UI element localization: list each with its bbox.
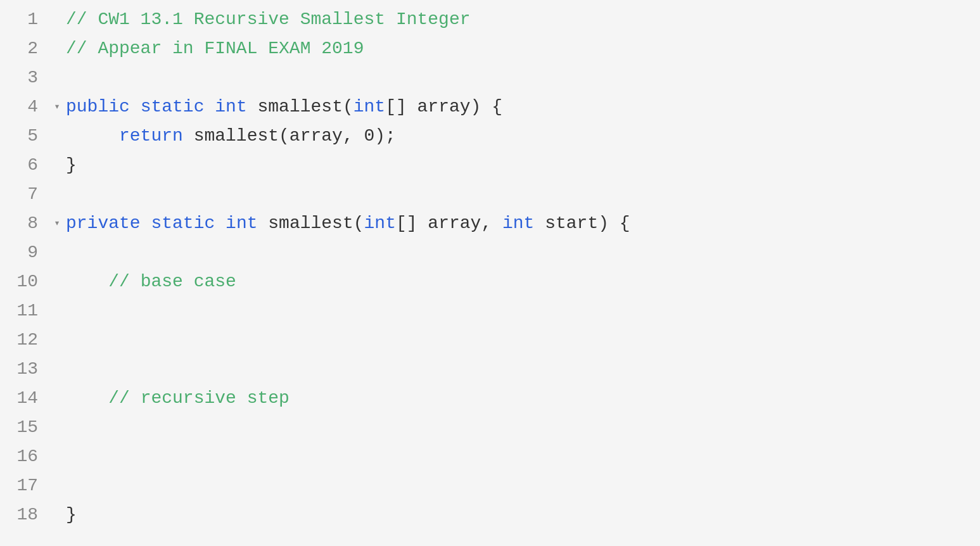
code-container: 1// CW1 13.1 Recursive Smallest Integer2… — [0, 5, 980, 530]
line-content: return smallest(array, 0); — [63, 122, 396, 151]
code-line: 16 — [0, 442, 980, 471]
code-token: // base case — [108, 272, 236, 291]
code-token: smallest( — [247, 97, 353, 117]
code-token — [141, 213, 151, 233]
line-number: 17 — [0, 471, 51, 500]
code-token — [66, 388, 108, 408]
line-number: 18 — [0, 500, 51, 530]
line-gutter[interactable]: ▾ — [51, 92, 63, 122]
code-token — [66, 272, 108, 291]
code-line: 4▾public static int smallest(int[] array… — [0, 92, 980, 122]
line-number: 12 — [0, 326, 51, 355]
code-token: smallest(array, 0); — [183, 126, 396, 146]
code-line: 2// Appear in FINAL EXAM 2019 — [0, 34, 980, 63]
line-content: // Appear in FINAL EXAM 2019 — [63, 34, 364, 63]
code-line: 1// CW1 13.1 Recursive Smallest Integer — [0, 5, 980, 34]
code-token: start) { — [534, 213, 630, 233]
code-token: static — [141, 97, 205, 117]
line-number: 16 — [0, 442, 51, 471]
line-content: } — [63, 500, 77, 530]
code-token: // recursive step — [108, 388, 290, 408]
line-number: 3 — [0, 63, 51, 92]
code-token — [204, 97, 215, 117]
code-token: int — [226, 213, 257, 233]
code-token — [215, 213, 226, 233]
line-number: 1 — [0, 5, 51, 34]
code-token: [] array) { — [385, 97, 502, 117]
code-token: int — [353, 97, 385, 117]
line-number: 13 — [0, 355, 51, 384]
line-content: } — [63, 151, 77, 180]
code-token: } — [66, 505, 77, 524]
code-token: // Appear in FINAL EXAM 2019 — [66, 39, 364, 58]
line-number: 4 — [0, 92, 51, 122]
line-number: 14 — [0, 384, 51, 413]
code-line: 6} — [0, 151, 980, 180]
code-editor[interactable]: 1// CW1 13.1 Recursive Smallest Integer2… — [0, 0, 980, 546]
code-token: int — [215, 97, 246, 117]
code-token — [130, 97, 141, 117]
line-number: 2 — [0, 34, 51, 63]
code-line: 12 — [0, 326, 980, 355]
line-number: 6 — [0, 151, 51, 180]
code-line: 3 — [0, 63, 980, 92]
line-content: // CW1 13.1 Recursive Smallest Integer — [63, 5, 471, 34]
line-content: // recursive step — [63, 384, 290, 413]
line-content: // base case — [63, 267, 236, 296]
code-line: 14 // recursive step — [0, 384, 980, 413]
code-line: 15 — [0, 413, 980, 442]
code-token: static — [151, 213, 215, 233]
code-token: smallest( — [258, 213, 364, 233]
code-line: 17 — [0, 471, 980, 500]
code-token — [66, 126, 119, 146]
code-line: 5 return smallest(array, 0); — [0, 122, 980, 151]
line-content: private static int smallest(int[] array,… — [63, 209, 630, 238]
line-gutter[interactable]: ▾ — [51, 209, 63, 238]
line-number: 11 — [0, 296, 51, 326]
code-line: 18} — [0, 500, 980, 530]
code-line: 8▾private static int smallest(int[] arra… — [0, 209, 980, 238]
code-token: } — [66, 155, 77, 175]
code-line: 7 — [0, 180, 980, 209]
code-token: private — [66, 213, 141, 233]
line-number: 10 — [0, 267, 51, 296]
line-content: public static int smallest(int[] array) … — [63, 92, 502, 122]
code-line: 9 — [0, 238, 980, 267]
code-token: int — [502, 213, 534, 233]
code-line: 10 // base case — [0, 267, 980, 296]
line-number: 8 — [0, 209, 51, 238]
code-token: public — [66, 97, 130, 117]
code-line: 13 — [0, 355, 980, 384]
line-number: 5 — [0, 122, 51, 151]
line-number: 7 — [0, 180, 51, 209]
code-token: // CW1 13.1 Recursive Smallest Integer — [66, 10, 471, 29]
line-number: 15 — [0, 413, 51, 442]
line-number: 9 — [0, 238, 51, 267]
code-token: return — [119, 126, 183, 146]
code-token: int — [364, 213, 396, 233]
code-line: 11 — [0, 296, 980, 326]
code-token: [] array, — [396, 213, 502, 233]
